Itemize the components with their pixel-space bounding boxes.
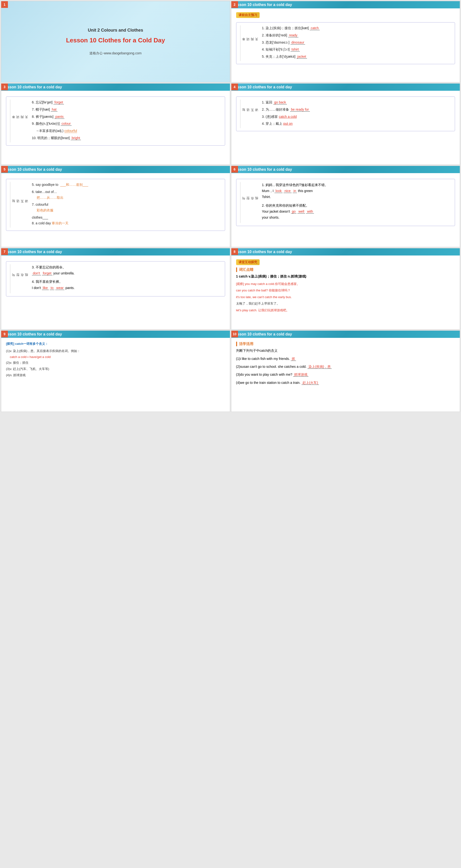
panel-6-title: lesson 10 clothes for a cold day xyxy=(234,167,292,172)
ans-in: in xyxy=(293,189,297,193)
panel-8-header: lesson 10 clothes for a cold day xyxy=(231,248,460,255)
panel-8-title: lesson 10 clothes for a cold day xyxy=(234,250,292,254)
unit-title: Unit 2 Colours and Clothes xyxy=(11,28,220,33)
panel-number-8: 8 xyxy=(231,248,238,255)
answer-hat: hat xyxy=(51,107,57,112)
panel-number-3: 3 xyxy=(1,84,8,90)
explore-sub-1: catch a cold＝have/get a cold xyxy=(6,354,225,360)
ans-practice-2: 染上(疾病)，患 xyxy=(307,365,332,369)
panel-5-title: lesson 10 clothes for a cold day xyxy=(4,167,62,172)
answer-be-ready: be ready for xyxy=(290,107,310,112)
vocab-item-9: 9. 颜色(n.)['kʌlə(r)] colour xyxy=(32,121,221,127)
sentence-item-2: 2. 你的夹克和你的短裤不搭配。 Your jacket doesn't go … xyxy=(262,203,451,221)
panel-4-title: lesson 10 clothes for a cold day xyxy=(234,85,292,89)
answer-colourful: colourful xyxy=(64,129,77,133)
panel-10: 10 lesson 10 clothes for a cold day 活学活用… xyxy=(231,331,460,412)
answer-pants: pants xyxy=(54,115,64,119)
practice-item-1: (1)i like to catch fish with my friends.… xyxy=(236,356,455,362)
ans-practice-3: 抓球游戏 xyxy=(293,373,308,377)
phrase-item-7: 7. colourful 彩色的衣服 xyxy=(32,202,221,213)
practice-item-2: (2)susan can't go to school. she catches… xyxy=(236,364,455,370)
panel-2: 2 lesson 10 clothes for a cold day 课前自主预… xyxy=(231,1,460,82)
answer-catch: catch xyxy=(310,26,319,30)
ans-practice-4: 赶上(火车) xyxy=(302,381,319,385)
subsection-8: 词汇点睛 xyxy=(236,268,455,272)
answer-colour: colour xyxy=(61,122,71,126)
phrase-item-6: 6. take…out of… 把……从……取出 xyxy=(32,189,221,201)
vocab-item-2: 2. 准备好的['redi] ready xyxy=(262,33,451,38)
panel-7: 7 lesson 10 clothes for a cold day 句型在线 … xyxy=(1,248,230,330)
example-catch-3: 太晚了，我们赶不上早班车了。 xyxy=(236,301,455,306)
side-label-5: 短语互译 xyxy=(10,182,29,228)
website-label: 道格办公-www.daogebangong.com xyxy=(11,51,220,56)
panel-number-5: 5 xyxy=(1,166,8,173)
phrase-item-4: 4. 穿上；戴上 put on xyxy=(262,121,451,127)
side-label-2: 单词阅关 xyxy=(240,25,259,61)
ans-wear: wear xyxy=(55,286,64,290)
vocab-title-catch: 1 catch v.染上(疾病)；接住；抓住 n.抓球(游戏) xyxy=(236,274,455,279)
panel-number-6: 6 xyxy=(231,166,238,173)
sentence-item-4: 4. 我不喜欢穿长裤。 I don't like to wear pants. xyxy=(32,279,221,291)
panel-6: 6 lesson 10 clothes for a cold day 句型在线 … xyxy=(231,166,460,247)
section-badge-8: 课堂互动探究 xyxy=(236,259,259,265)
instruction-10: 判断下列句子中catch的含义 xyxy=(236,349,455,353)
vocab-item-3: 3. 恐龙['daɪməsɔː] dinosaur xyxy=(262,40,451,45)
explore-item-4: (4)n. 抓球游戏 xyxy=(6,372,225,378)
panel-number-4: 4 xyxy=(231,84,238,90)
ans-with: with xyxy=(306,210,314,214)
panel-5: 5 lesson 10 clothes for a cold day 短语互译 … xyxy=(1,166,230,247)
panel-number-1: 1 xyxy=(1,1,8,8)
panel-9-title: lesson 10 clothes for a cold day xyxy=(4,332,62,336)
side-label-4: 短语互译 xyxy=(240,100,259,128)
lesson-title: Lesson 10 Clothes for a Cold Day xyxy=(11,37,220,44)
answer-jacket: jacket xyxy=(297,55,307,59)
sentence-item-1: 1. 妈妈，我穿这件绿色的T恤衫看起来不错。 Mum，I look nice i… xyxy=(262,182,451,200)
answer-goodbye: ___和……道别___ xyxy=(60,182,88,188)
answer-take-out: 把……从……取出 xyxy=(32,196,63,199)
vocab-item-7: 7. 帽子[hæt] hat xyxy=(32,107,221,113)
vocab-item-10: 10. 明亮的；耀眼的[braɪt] bright xyxy=(32,135,221,141)
vocab-item-9sub: →丰富多彩的(adj.) colourful xyxy=(32,128,221,134)
explore-item-2: (2)v. 接住；抓住 xyxy=(6,360,225,366)
panel-number-10: 10 xyxy=(231,331,238,337)
vocab-item-4: 4. 短袖汗衫['tiːʃɔːt] tshirt xyxy=(262,47,451,53)
vocab-item-5: 5. 夹克；上衣['dʒækɪt] jacket xyxy=(262,54,451,60)
ans-go: go xyxy=(291,210,297,214)
phrase-item-3: 3. (患)感冒 catch a cold xyxy=(262,114,451,120)
ans-nice: nice xyxy=(283,189,292,193)
subsection-10: 活学活用 xyxy=(236,342,455,346)
panel-number-2: 2 xyxy=(231,1,238,8)
answer-tshirt: tshirt xyxy=(290,48,300,52)
panel-9-header: lesson 10 clothes for a cold day xyxy=(1,331,230,338)
ans-look: look xyxy=(274,189,283,193)
panel-7-title: lesson 10 clothes for a cold day xyxy=(4,250,62,254)
example-catch-4: let's play catch. 让我们玩抓球游戏吧。 xyxy=(236,307,455,313)
panel-number-9: 9 xyxy=(1,331,8,337)
ans-forget: forget xyxy=(42,271,53,275)
panel-1: 1 Unit 2 Colours and Clothes Lesson 10 C… xyxy=(1,1,230,82)
panel-3-title: lesson 10 clothes for a cold day xyxy=(4,85,62,89)
observe-catch: [观察] you may catch a cold.你可能会患感冒。 xyxy=(236,281,455,287)
explore-item-3: (3)v. 赶上(汽车、飞机、火车等) xyxy=(6,366,225,372)
section-badge-2: 课前自主预习 xyxy=(236,12,259,18)
phrase-item-2: 2. 为……做好准备 be ready for xyxy=(262,107,451,113)
panel-10-header: lesson 10 clothes for a cold day xyxy=(231,331,460,338)
vocab-item-8: 8. 裤子[pænts] pants xyxy=(32,114,221,120)
panel-6-header: lesson 10 clothes for a cold day xyxy=(231,166,460,173)
practice-item-3: (3)do you want to play catch with me? 抓球… xyxy=(236,372,455,378)
side-label-6: 句型在线 xyxy=(240,182,259,223)
example-catch-2: it's too late, we can't catch the early … xyxy=(236,294,455,300)
answer-colourful-clothes: 彩色的衣服 xyxy=(32,208,53,212)
side-label-7: 句型在线 xyxy=(10,265,29,293)
practice-item-4: (4)we go to the train station to catch a… xyxy=(236,380,455,386)
panel-10-title: lesson 10 clothes for a cold day xyxy=(234,332,292,336)
explore-title: [探究] catch一词有多个含义： xyxy=(6,342,225,346)
answer-bright: bright xyxy=(71,136,81,140)
page-grid: 1 Unit 2 Colours and Clothes Lesson 10 C… xyxy=(0,0,461,413)
answer-go-back: go back xyxy=(273,100,287,104)
phrase-item-8: clothes___ 8. a cold day 寒冷的一天 xyxy=(32,215,221,226)
ans-practice-1: 抓 xyxy=(291,357,296,361)
panel-4-header: lesson 10 clothes for a cold day xyxy=(231,84,460,91)
side-label-3: 单词阅关 xyxy=(10,100,29,143)
phrase-item-5: 5. say goodbye to___和……道别___ xyxy=(32,182,221,188)
